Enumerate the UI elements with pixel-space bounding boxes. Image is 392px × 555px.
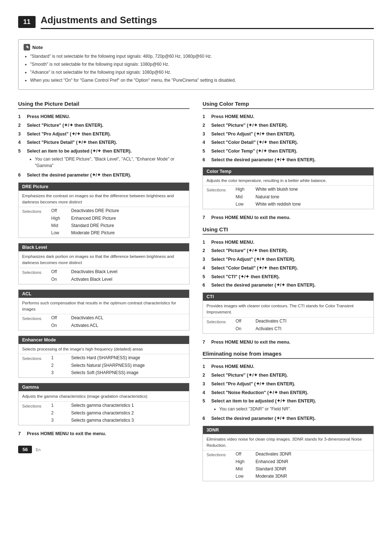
table-row: Selections Off Deactivates 3DNR	[203, 450, 373, 458]
cti-table: Selections Off Deactivates CTI On Activa…	[203, 317, 373, 333]
3dnr-table: Selections Off Deactivates 3DNR High Enh…	[203, 450, 373, 481]
section-using-color-temp: Using Color Temp	[203, 101, 374, 109]
black-level-desc: Emphasizes dark portion on images so tha…	[19, 251, 189, 268]
acl-table: Selections Off Deactivates ACL On Activa…	[19, 314, 189, 330]
step-7: 7 Press HOME MENU to exit the menu.	[18, 430, 189, 437]
step-5: 5 Select "CTI" (✦/✦ then ENTER).	[203, 274, 374, 280]
step-1: 1 Press HOME MENU.	[203, 239, 374, 246]
step-5: 5 Select an item to be adjusted (✦/✦ the…	[203, 398, 374, 413]
note-icon: ✎	[24, 44, 30, 50]
noise-steps: 1 Press HOME MENU. 2 Select "Picture" (✦…	[203, 363, 374, 422]
step-6: 6 Select the desired parameter (✦/✦ then…	[203, 415, 374, 422]
color-temp-header: Color Temp	[203, 167, 373, 175]
step-5: 5 Select "Color Temp" (✦/✦ then ENTER).	[203, 148, 374, 155]
step-2: 2 Select "Picture" (✦/✦ then ENTER).	[203, 122, 374, 129]
note-item: "Smooth" is not selectable for the follo…	[30, 61, 368, 68]
table-row: High Enhanced DRE Picture	[19, 215, 189, 222]
table-row: 3 Selects Soft (SHARPNESS) image	[19, 369, 189, 377]
table-row: 2 Selects gamma characteristics 2	[19, 409, 189, 417]
table-row: Low White with reddish tone	[203, 200, 373, 209]
step-3: 3 Select "Pro Adjust" (✦/✦ then ENTER).	[18, 131, 189, 138]
step-4: 4 Select "Color Detail" (✦/✦ then ENTER)…	[203, 265, 374, 272]
cti-desc: Provides images with clearer color conto…	[203, 301, 373, 317]
table-row: On Activates Black Level	[19, 276, 189, 284]
dre-picture-desc: Emphasizes the contrast on images so tha…	[19, 191, 189, 207]
dre-picture-table: Selections Off Deactivates DRE Picture H…	[19, 207, 189, 238]
cti-step7: 7 Press HOME MENU to exit the menu.	[203, 339, 374, 346]
table-row: Selections Off Deactivates ACL	[19, 314, 189, 322]
step-3: 3 Select "Pro Adjust" (✦/✦ then ENTER).	[203, 131, 374, 138]
note-list: "Standard" is not selectable for the fol…	[24, 53, 368, 84]
chapter-number: 11	[18, 16, 36, 28]
page-lang: En	[36, 447, 40, 452]
table-row: Selections High White with bluish tone	[203, 186, 373, 193]
acl-block: ACL Performs such compensation that resu…	[18, 289, 189, 331]
color-temp-block: Color Temp Adjusts the color temperature…	[203, 167, 374, 209]
gamma-desc: Adjusts the gamma characteristics (image…	[19, 391, 189, 401]
color-temp-steps: 1 Press HOME MENU. 2 Select "Picture" (✦…	[203, 113, 374, 163]
section-using-picture-detail: Using the Picture Detail	[18, 101, 189, 109]
step-1: 1 Press HOME MENU.	[18, 113, 189, 120]
step-6: 6 Select the desired parameter (✦/✦ then…	[203, 157, 374, 163]
step-2: 2 Select "Picture" (✦/✦ then ENTER).	[203, 247, 374, 254]
table-row: Mid Standard 3DNR	[203, 465, 373, 473]
enhancer-mode-desc: Selects processing of the image's high f…	[19, 344, 189, 354]
step-6: 6 Select the desired parameter (✦/✦ then…	[18, 172, 189, 179]
step-3: 3 Select "Pro Adjust" (✦/✦ then ENTER).	[203, 256, 374, 263]
table-row: On Activates CTI	[203, 325, 373, 333]
chapter-header: 11 Adjustments and Settings	[18, 15, 374, 29]
step-4: 4 Select "Color Detail" (✦/✦ then ENTER)…	[203, 139, 374, 146]
color-temp-step7: 7 Press HOME MENU to exit the menu.	[203, 214, 374, 221]
page-number-row: 56 En	[18, 446, 189, 453]
table-row: Mid Standard DRE Picture	[19, 222, 189, 229]
gamma-table: Selections 1 Selects gamma characteristi…	[19, 402, 189, 425]
black-level-block: Black Level Emphasizes dark portion on i…	[18, 243, 189, 284]
enhancer-mode-block: Enhancer Mode Selects processing of the …	[18, 336, 189, 378]
chapter-title: Adjustments and Settings	[41, 15, 374, 29]
step-3: 3 Select "Pro Adjust" (✦/✦ then ENTER).	[203, 381, 374, 388]
note-box: ✎ Note "Standard" is not selectable for …	[18, 39, 374, 90]
table-row: Mid Natural tone	[203, 193, 373, 200]
picture-detail-steps: 1 Press HOME MENU. 2 Select "Picture" (✦…	[18, 113, 189, 179]
note-title: ✎ Note	[24, 44, 368, 50]
note-item: When you select "On" for "Game Control P…	[30, 77, 368, 84]
picture-detail-step7: 7 Press HOME MENU to exit the menu.	[18, 430, 189, 437]
cti-steps: 1 Press HOME MENU. 2 Select "Picture" (✦…	[203, 239, 374, 289]
table-row: Selections Off Deactivates DRE Picture	[19, 207, 189, 215]
black-level-header: Black Level	[19, 243, 189, 251]
table-row: Low Moderate DRE Picture	[19, 229, 189, 238]
step-4: 4 Select "Picture Detail" (✦/✦ then ENTE…	[18, 139, 189, 146]
note-item: "Standard" is not selectable for the fol…	[30, 53, 368, 60]
3dnr-desc: Eliminates video noise for clean crisp i…	[203, 434, 373, 451]
noise-step5-bullet-1: You can select "3DNR" or "Field NR".	[219, 406, 374, 412]
table-row: Low Moderate 3DNR	[203, 473, 373, 481]
right-column: Using Color Temp 1 Press HOME MENU. 2 Se…	[203, 98, 374, 486]
section-using-cti: Using CTI	[203, 226, 374, 235]
step-5: 5 Select an item to be adjusted (✦/✦ the…	[18, 148, 189, 170]
dre-picture-block: DRE Picture Emphasizes the contrast on i…	[18, 182, 189, 238]
step-1: 1 Press HOME MENU.	[203, 363, 374, 370]
acl-header: ACL	[19, 290, 189, 298]
enhancer-mode-table: Selections 1 Selects Hard (SHARPNESS) im…	[19, 354, 189, 377]
gamma-header: Gamma	[19, 383, 189, 391]
color-temp-table: Selections High White with bluish tone M…	[203, 186, 373, 209]
color-temp-desc: Adjusts the color temperature, resulting…	[203, 175, 373, 186]
table-row: Selections Off Deactivates Black Level	[19, 268, 189, 276]
acl-desc: Performs such compensation that results …	[19, 298, 189, 315]
black-level-table: Selections Off Deactivates Black Level O…	[19, 268, 189, 284]
dre-picture-header: DRE Picture	[19, 183, 189, 191]
section-eliminating-noise: Eliminating noise from images	[203, 351, 374, 359]
gamma-block: Gamma Adjusts the gamma characteristics …	[18, 383, 189, 425]
table-row: High Enhanced 3DNR	[203, 458, 373, 465]
step5-bullets: You can select "DRE Picture", "Black Lev…	[27, 156, 189, 169]
table-row: 3 Selects gamma characteristics 3	[19, 417, 189, 425]
step-6: 6 Select the desired parameter (✦/✦ then…	[203, 282, 374, 289]
table-row: 2 Selects Natural (SHARPNESS) image	[19, 362, 189, 369]
step-4: 4 Select "Noise Reduction" (✦/✦ then ENT…	[203, 389, 374, 396]
3dnr-header: 3DNR	[203, 426, 373, 434]
step5-bullet-1: You can select "DRE Picture", "Black Lev…	[35, 156, 189, 169]
3dnr-block: 3DNR Eliminates video noise for clean cr…	[203, 426, 374, 482]
cti-block: CTI Provides images with clearer color c…	[203, 292, 374, 334]
enhancer-mode-header: Enhancer Mode	[19, 336, 189, 344]
page: 11 Adjustments and Settings ✎ Note "Stan…	[0, 0, 392, 555]
